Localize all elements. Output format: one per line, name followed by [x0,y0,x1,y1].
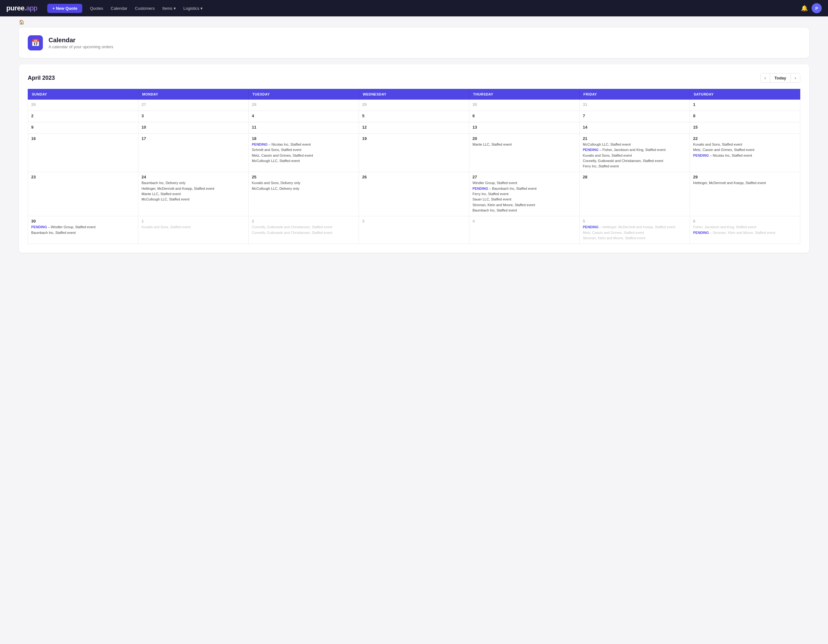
calendar-cell[interactable]: 8 [690,111,800,122]
cell-event[interactable]: Fisher, Jacobson and King, Staffed event [693,225,797,229]
calendar-cell[interactable]: 29Hettinger, McDermott and Koepp, Staffe… [690,172,800,216]
cell-event[interactable]: Kuvalis and Sons, Staffed event [693,142,797,146]
new-quote-button[interactable]: + New Quote [47,4,82,13]
calendar-cell[interactable]: 19 [359,134,469,172]
calendar-cell[interactable]: 21McCullough LLC, Staffed eventPENDING –… [580,134,690,172]
calendar-prev-button[interactable]: ‹ [761,74,770,82]
calendar-cell[interactable]: 12 [359,122,469,134]
calendar-cell[interactable]: 22Kuvalis and Sons, Staffed eventMetz, C… [690,134,800,172]
calendar-cell[interactable]: 16 [28,134,138,172]
home-icon[interactable]: 🏠 [19,20,24,25]
calendar-cell[interactable]: 24Baumbach Inc, Delivery onlyHettinger, … [138,172,249,216]
cell-event[interactable]: PENDING – Hettinger, McDermott and Koepp… [583,225,687,229]
cell-date-number: 23 [31,174,135,179]
cell-event[interactable]: Metz, Cassin and Grimes, Staffed event [693,148,797,152]
calendar-today-button[interactable]: Today [770,74,790,82]
calendar-cell[interactable]: 14 [580,122,690,134]
calendar-cell[interactable]: 13 [469,122,580,134]
calendar-cell[interactable]: 2Connelly, Gutkowski and Christiansen, S… [249,216,359,244]
calendar-cell[interactable]: 23 [28,172,138,216]
cell-date-number: 20 [472,136,576,141]
calendar-cell[interactable]: 31 [580,100,690,111]
calendar-cell[interactable]: 9 [28,122,138,134]
cell-event[interactable]: Stroman, Klein and Moore, Staffed event [472,203,576,207]
cell-event[interactable]: McCullough LLC, Staffed event [252,159,356,163]
page-subtitle: A calendar of your upcoming orders [49,44,113,49]
calendar-cell[interactable]: 28 [580,172,690,216]
calendar-week-5: 30PENDING – Windler Group, Staffed event… [28,216,800,244]
cell-event[interactable]: Baumbach Inc, Staffed event [31,231,135,235]
cell-event[interactable]: Mante LLC, Staffed event [141,192,245,196]
calendar-cell[interactable]: 18PENDING – Nicolas Inc, Staffed eventSc… [249,134,359,172]
cell-event[interactable]: Mante LLC, Staffed event [472,142,576,146]
calendar-cell[interactable]: 27Windler Group, Staffed eventPENDING – … [469,172,580,216]
cell-event[interactable]: McCullough LLC, Staffed event [583,142,687,146]
cell-event[interactable]: PENDING – Windler Group, Staffed event [31,225,135,229]
calendar-cell[interactable]: 28 [249,100,359,111]
cell-date-number: 30 [472,102,576,107]
cell-event[interactable]: Metz, Cassin and Grimes, Staffed event [252,153,356,158]
calendar-cell[interactable]: 5PENDING – Hettinger, McDermott and Koep… [580,216,690,244]
nav-quotes[interactable]: Quotes [90,6,103,11]
calendar-cell[interactable]: 3 [138,111,249,122]
cell-event[interactable]: Stroman, Klein and Moore, Staffed event [583,236,687,240]
cell-date-number: 28 [583,174,687,179]
cell-event[interactable]: Windler Group, Staffed event [472,181,576,185]
cell-event[interactable]: Schmitt and Sons, Staffed event [252,148,356,152]
cell-event[interactable]: Hettinger, McDermott and Koepp, Staffed … [693,181,797,185]
calendar-cell[interactable]: 29 [359,100,469,111]
cell-event[interactable]: Baumbach Inc, Staffed event [472,208,576,212]
cell-event[interactable]: McCullough LLC, Staffed event [141,197,245,201]
cell-event[interactable]: Kuvalis and Sons, Staffed event [141,225,245,229]
cell-event[interactable]: PENDING – Fisher, Jacobson and King, Sta… [583,148,687,152]
cell-date-number: 9 [31,125,135,130]
calendar-cell[interactable]: 10 [138,122,249,134]
cell-event[interactable]: Kuvalis and Sons, Staffed event [583,153,687,158]
calendar-cell[interactable]: 6Fisher, Jacobson and King, Staffed even… [690,216,800,244]
calendar-cell[interactable]: 25Kuvalis and Sons, Delivery onlyMcCullo… [249,172,359,216]
calendar-cell[interactable]: 15 [690,122,800,134]
calendar-cell[interactable]: 30PENDING – Windler Group, Staffed event… [28,216,138,244]
calendar-cell[interactable]: 4 [469,216,580,244]
nav-calendar[interactable]: Calendar [111,6,127,11]
calendar-cell[interactable]: 1Kuvalis and Sons, Staffed event [138,216,249,244]
cell-event[interactable]: Sauer LLC, Staffed event [472,197,576,201]
user-avatar[interactable]: P [812,3,822,13]
cell-event[interactable]: PENDING – Nicolas Inc, Staffed event [693,153,797,158]
cell-date-number: 21 [583,136,687,141]
cell-event[interactable]: Connelly, Gutkowski and Christiansen, St… [583,159,687,163]
cell-event[interactable]: Kuvalis and Sons, Delivery only [252,181,356,185]
calendar-cell[interactable]: 1 [690,100,800,111]
calendar-cell[interactable]: 3 [359,216,469,244]
nav-items[interactable]: Items ▾ [162,6,176,11]
calendar-cell[interactable]: 26 [359,172,469,216]
calendar-cell[interactable]: 20Mante LLC, Staffed event [469,134,580,172]
calendar-cell[interactable]: 4 [249,111,359,122]
calendar-cell[interactable]: 30 [469,100,580,111]
cell-event[interactable]: Ferry Inc, Staffed event [472,192,576,196]
calendar-cell[interactable]: 2 [28,111,138,122]
nav-logistics[interactable]: Logistics ▾ [183,6,203,11]
cell-event[interactable]: PENDING – Nicolas Inc, Staffed event [252,142,356,146]
cell-event[interactable]: Connelly, Gutkowski and Christiansen, St… [252,231,356,235]
calendar-next-button[interactable]: › [790,74,800,82]
cell-event[interactable]: Baumbach Inc, Delivery only [141,181,245,185]
calendar-cell[interactable]: 27 [138,100,249,111]
calendar-cell[interactable]: 17 [138,134,249,172]
calendar-cell[interactable]: 6 [469,111,580,122]
calendar-cell[interactable]: 11 [249,122,359,134]
cell-event[interactable]: Ferry Inc, Staffed event [583,164,687,168]
cell-event[interactable]: Hettinger, McDermott and Koepp, Staffed … [141,186,245,191]
col-tuesday: Tuesday [249,89,359,100]
calendar-cell[interactable]: 5 [359,111,469,122]
calendar-grid: Sunday Monday Tuesday Wednesday Thursday… [28,89,800,244]
cell-event[interactable]: Metz, Cassin and Grimes, Staffed event [583,231,687,235]
nav-customers[interactable]: Customers [135,6,155,11]
notification-bell-icon[interactable]: 🔔 [801,5,808,12]
cell-event[interactable]: PENDING – Stroman, Klein and Moore, Staf… [693,231,797,235]
calendar-cell[interactable]: 26 [28,100,138,111]
cell-event[interactable]: Connelly, Gutkowski and Christiansen, St… [252,225,356,229]
cell-event[interactable]: McCullough LLC, Delivery only [252,186,356,191]
cell-event[interactable]: PENDING – Baumbach Inc, Staffed event [472,186,576,191]
calendar-cell[interactable]: 7 [580,111,690,122]
